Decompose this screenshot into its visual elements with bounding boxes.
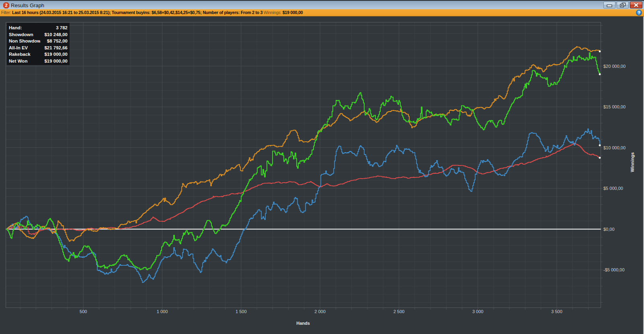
svg-text:1 500: 1 500 <box>236 309 247 314</box>
svg-text:2 000: 2 000 <box>314 309 326 314</box>
svg-text:Winnings: Winnings <box>630 152 635 172</box>
svg-text:$15 000,00: $15 000,00 <box>603 104 626 109</box>
svg-text:$5 000,00: $5 000,00 <box>603 186 623 191</box>
svg-text:2 500: 2 500 <box>394 309 405 314</box>
svg-text:-$5 000,00: -$5 000,00 <box>603 267 625 272</box>
svg-text:$0,00: $0,00 <box>603 227 615 232</box>
svg-text:1 000: 1 000 <box>157 309 168 314</box>
svg-text:3 500: 3 500 <box>551 309 562 314</box>
svg-text:3 000: 3 000 <box>472 309 484 314</box>
svg-text:2: 2 <box>5 3 7 8</box>
svg-text:$10 000,00: $10 000,00 <box>603 145 626 150</box>
svg-text:$20 000,00: $20 000,00 <box>603 64 626 69</box>
svg-text:500: 500 <box>80 309 87 314</box>
svg-text:Hands: Hands <box>296 321 310 326</box>
